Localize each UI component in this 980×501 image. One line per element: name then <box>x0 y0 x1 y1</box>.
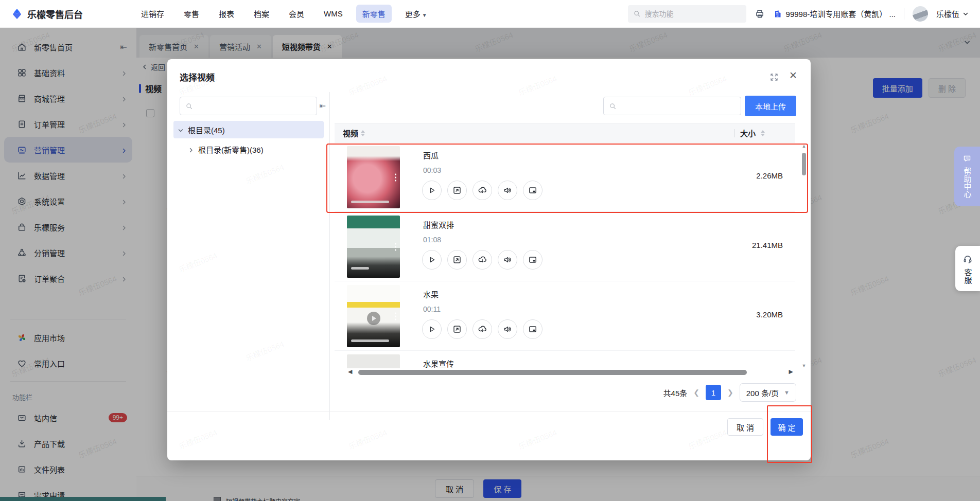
top-navbar: 乐檬零售后台 进销存 零售 报表 档案 会员 WMS 新零售 更多▼ 99998… <box>0 0 980 28</box>
more-options-icon[interactable] <box>395 173 396 181</box>
next-page-icon[interactable]: ❯ <box>727 388 733 397</box>
folder-tree-panel: ⇤ 根目录(45) 根目录(新零售)(36) <box>167 90 330 460</box>
expand-button[interactable] <box>447 250 467 270</box>
page-size-select[interactable]: 200 条/页 ▼ <box>740 383 796 402</box>
sort-by-size[interactable]: 大小 <box>734 128 765 138</box>
volume-button[interactable] <box>498 250 517 270</box>
folder-search-input[interactable] <box>180 97 317 115</box>
sort-carets-icon <box>761 130 765 136</box>
vertical-scroll-thumb[interactable] <box>802 153 806 175</box>
video-thumbnail[interactable] <box>347 285 400 347</box>
video-row-fruit-promo[interactable]: 水果宣传 <box>335 351 795 368</box>
more-options-icon[interactable] <box>395 243 396 251</box>
nav-item-new-retail[interactable]: 新零售 <box>356 5 392 23</box>
user-avatar[interactable] <box>913 6 928 22</box>
play-button[interactable] <box>422 250 442 270</box>
pip-button[interactable] <box>523 250 542 270</box>
video-actions <box>422 181 542 200</box>
video-list-panel: 本地上传 视频 大小 <box>330 90 811 460</box>
horizontal-scrollbar[interactable]: ◀ ▶ <box>335 368 795 377</box>
video-size: 3.20MB <box>756 310 783 319</box>
user-menu[interactable]: 乐檬伍 <box>936 8 969 19</box>
tree-node-root[interactable]: 根目录(45) <box>173 121 324 138</box>
scroll-left-icon[interactable]: ◀ <box>348 368 352 375</box>
nav-item-archives[interactable]: 档案 <box>248 5 275 23</box>
volume-button[interactable] <box>498 319 517 339</box>
picture-in-picture-icon <box>528 325 537 334</box>
nav-item-reports[interactable]: 报表 <box>213 5 240 23</box>
list-header: 视频 大小 <box>335 123 795 142</box>
customer-service-label: 客服 <box>962 269 974 284</box>
play-icon <box>427 186 436 195</box>
printer-icon[interactable] <box>755 9 765 19</box>
download-button[interactable] <box>472 319 492 339</box>
close-icon[interactable]: ✕ <box>789 69 797 81</box>
brand-logo-icon <box>11 8 23 20</box>
video-thumbnail[interactable] <box>347 354 400 368</box>
download-button[interactable] <box>472 181 492 200</box>
horizontal-scroll-thumb[interactable] <box>358 370 747 375</box>
video-thumbnail[interactable] <box>347 146 400 208</box>
account-name: 99998-培训专用账套（黄凯） ... <box>786 8 896 19</box>
prev-page-icon[interactable]: ❮ <box>693 388 699 397</box>
help-center-label: 帮助中心 <box>961 167 973 198</box>
global-search-input[interactable] <box>645 10 732 18</box>
modal-cancel-button[interactable]: 取 消 <box>727 418 763 436</box>
volume-icon <box>503 255 512 264</box>
brand[interactable]: 乐檬零售后台 <box>11 7 135 21</box>
expand-icon <box>452 255 462 264</box>
current-page-button[interactable]: 1 <box>706 385 721 400</box>
video-search-input[interactable] <box>603 97 741 115</box>
account-switcher[interactable]: 99998-培训专用账套（黄凯） ... <box>773 8 896 19</box>
expand-button[interactable] <box>447 319 467 339</box>
play-overlay-icon <box>367 312 380 325</box>
picture-in-picture-icon <box>528 186 537 195</box>
scroll-right-icon[interactable]: ▶ <box>789 368 793 375</box>
panel-collapse-icon[interactable]: ⇤ <box>319 101 326 111</box>
help-center-tab[interactable]: 帮助中心 <box>954 147 980 206</box>
expand-icon <box>452 325 462 334</box>
video-thumbnail[interactable] <box>347 216 400 278</box>
sort-by-video[interactable]: 视频 <box>343 128 365 138</box>
scroll-down-icon[interactable]: ▼ <box>801 363 807 368</box>
fullscreen-icon[interactable] <box>769 73 779 82</box>
video-actions <box>422 319 542 339</box>
nav-item-retail[interactable]: 零售 <box>178 5 205 23</box>
video-row-sweet-duo[interactable]: 甜蜜双排 01:08 21.41MB <box>335 212 795 281</box>
video-row-watermelon[interactable]: 西瓜 00:03 2.26MB <box>335 142 795 212</box>
play-icon <box>427 325 436 334</box>
nav-item-more[interactable]: 更多▼ <box>399 5 433 23</box>
modal-confirm-button[interactable]: 确 定 <box>771 418 803 436</box>
play-button[interactable] <box>422 319 442 339</box>
nav-item-members[interactable]: 会员 <box>283 5 310 23</box>
volume-button[interactable] <box>498 181 517 200</box>
play-icon <box>427 255 436 264</box>
chevron-down-icon: ▼ <box>784 389 790 396</box>
video-row-fruit[interactable]: 水果 00:11 3.20MB <box>335 281 795 351</box>
tree-expand-icon[interactable] <box>178 127 184 133</box>
download-button[interactable] <box>472 250 492 270</box>
column-divider <box>734 129 735 137</box>
modal-title: 选择视频 <box>180 70 215 83</box>
customer-service-tab[interactable]: 客服 <box>955 246 980 291</box>
scroll-up-icon[interactable]: ▲ <box>801 144 807 149</box>
divider <box>904 8 904 20</box>
global-search[interactable] <box>628 5 746 23</box>
tree-node-root-newretail[interactable]: 根目录(新零售)(36) <box>173 140 324 158</box>
video-duration: 00:11 <box>423 305 441 313</box>
more-options-icon[interactable] <box>395 312 396 320</box>
local-upload-button[interactable]: 本地上传 <box>745 96 796 116</box>
play-button[interactable] <box>422 181 442 200</box>
pip-button[interactable] <box>523 319 542 339</box>
pip-button[interactable] <box>523 181 542 200</box>
sort-carets-icon <box>361 130 365 136</box>
progress-bar <box>351 201 389 203</box>
nav-item-wms[interactable]: WMS <box>318 6 349 22</box>
tree-node-label: 根目录(45) <box>188 124 225 135</box>
pagination: 共45条 ❮ 1 ❯ 200 条/页 ▼ <box>663 383 796 402</box>
tree-collapse-icon[interactable] <box>188 146 194 152</box>
vertical-scrollbar[interactable]: ▲ ▼ <box>801 144 807 368</box>
company-icon <box>773 9 782 19</box>
nav-item-purchase-sales[interactable]: 进销存 <box>135 5 170 23</box>
expand-button[interactable] <box>447 181 467 200</box>
